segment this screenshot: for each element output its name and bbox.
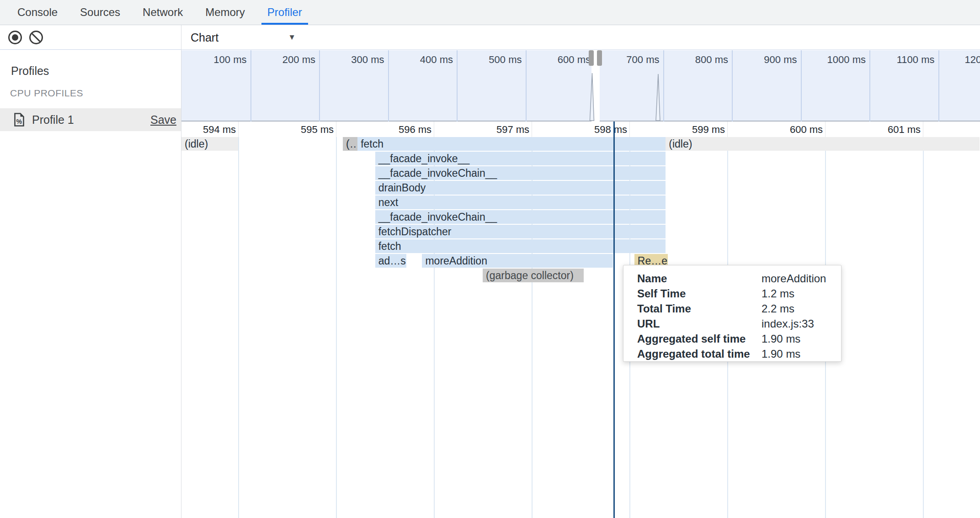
detail-time-ruler: 594 ms595 ms596 ms597 ms598 ms599 ms600 …: [181, 122, 980, 137]
frame-bar-fetch[interactable]: fetch: [375, 239, 666, 253]
frame-bar-facade-invoke[interactable]: __facade_invoke__: [375, 152, 666, 165]
playhead-line[interactable]: [613, 122, 615, 518]
cpu-profiles-section-label: CPU PROFILES: [10, 88, 83, 99]
frame-bar-facade-invokechain[interactable]: __facade_invokeChain__: [375, 210, 666, 224]
frame-bar-[interactable]: (…: [343, 137, 357, 151]
record-icon: [8, 31, 22, 44]
tooltip-label: Aggregated self time: [637, 333, 746, 345]
tooltip-value: index.js:33: [762, 316, 814, 331]
ruler-tick: [825, 122, 826, 137]
tooltip-row: Self Time1.2 ms: [637, 286, 841, 301]
tab-network[interactable]: Network: [137, 0, 189, 25]
tab-sources[interactable]: Sources: [74, 0, 126, 25]
frame-bar-fetch[interactable]: fetch: [357, 137, 666, 151]
timeline-overview[interactable]: 100 ms200 ms300 ms400 ms500 ms600 ms700 …: [181, 50, 980, 122]
svg-text:%: %: [16, 118, 22, 125]
ruler-tick: [238, 122, 239, 137]
frame-bar-garbage-collector[interactable]: (garbage collector): [483, 269, 583, 282]
ruler-tick-label: 594 ms: [181, 124, 236, 136]
ruler-tick-label: 601 ms: [852, 124, 921, 136]
tooltip-value: 1.90 ms: [762, 331, 800, 346]
devtools-tabbar: ConsoleSourcesNetworkMemoryProfiler: [0, 0, 980, 25]
ruler-tick-label: 595 ms: [265, 124, 334, 136]
clear-icon: [29, 31, 43, 44]
frame-bar-fetchdispatcher[interactable]: fetchDispatcher: [375, 225, 666, 238]
tooltip-value: 1.90 ms: [762, 346, 800, 361]
ruler-tick: [532, 122, 532, 137]
view-mode-select[interactable]: Chart ▼: [191, 25, 296, 50]
tab-console[interactable]: Console: [11, 0, 64, 25]
flame-chart: (idle)(…fetch(idle)__facade_invoke____fa…: [181, 137, 980, 518]
tooltip-row: NamemoreAddition: [637, 271, 841, 286]
ruler-tick: [727, 122, 728, 137]
save-profile-link[interactable]: Save: [150, 113, 176, 127]
flame-gridline: [238, 137, 239, 518]
ruler-tick: [434, 122, 434, 137]
ruler-tick-label: 598 ms: [559, 124, 627, 136]
frame-bar-next[interactable]: next: [375, 196, 666, 209]
ruler-tick-label: 596 ms: [363, 124, 431, 136]
profiles-header: Profiles: [11, 64, 49, 78]
tooltip-label: Total Time: [637, 302, 691, 315]
frame-bar-facade-invokechain[interactable]: __facade_invokeChain__: [375, 166, 666, 180]
tooltip-value: 1.2 ms: [762, 286, 794, 301]
ruler-tick-label: 597 ms: [461, 124, 529, 136]
profiler-main-panel: Chart ▼ 100 ms200 ms300 ms400 ms500 ms60…: [181, 25, 980, 518]
tooltip-value: 2.2 ms: [762, 301, 794, 316]
profiler-sidebar: Profiles CPU PROFILES % Profile 1 Save: [0, 25, 181, 518]
ruler-tick: [629, 122, 630, 137]
tooltip-row: Aggregated total time1.90 ms: [637, 346, 841, 361]
frame-bar-idle[interactable]: (idle): [181, 137, 238, 151]
frame-bar-drainbody[interactable]: drainBody: [375, 181, 666, 195]
frame-bar-moreaddition[interactable]: moreAddition: [422, 254, 612, 268]
view-mode-label: Chart: [191, 31, 218, 44]
tooltip-label: Name: [637, 272, 667, 285]
ruler-tick: [336, 122, 336, 137]
chevron-down-icon: ▼: [288, 33, 296, 42]
profile-name: Profile 1: [32, 113, 150, 127]
ruler-tick: [923, 122, 923, 137]
record-button[interactable]: [8, 31, 22, 44]
tab-profiler[interactable]: Profiler: [261, 0, 308, 25]
sidebar-toolbar: [0, 25, 181, 50]
tooltip-label: Self Time: [637, 287, 686, 300]
flame-gridline: [336, 137, 337, 518]
frame-details-tooltip: NamemoreAdditionSelf Time1.2 msTotal Tim…: [623, 265, 842, 362]
flame-gridline: [923, 137, 924, 518]
tooltip-label: URL: [637, 317, 660, 330]
tooltip-row: Total Time2.2 ms: [637, 301, 841, 316]
cpu-activity-spikes: [181, 50, 980, 122]
tab-memory[interactable]: Memory: [199, 0, 251, 25]
profile-document-icon: %: [14, 113, 25, 127]
chart-toolbar: Chart ▼: [181, 25, 980, 50]
ruler-tick-label: 600 ms: [754, 124, 823, 136]
frame-bar-ad-s[interactable]: ad…s: [375, 254, 406, 268]
tooltip-row: URLindex.js:33: [637, 316, 841, 331]
frame-bar-idle[interactable]: (idle): [666, 137, 980, 151]
clear-button[interactable]: [29, 31, 43, 44]
tooltip-value: moreAddition: [762, 271, 826, 286]
tooltip-label: Aggregated total time: [637, 348, 750, 360]
sidebar-item-profile-1[interactable]: % Profile 1 Save: [0, 108, 181, 131]
tooltip-row: Aggregated self time1.90 ms: [637, 331, 841, 346]
ruler-tick-label: 599 ms: [656, 124, 725, 136]
